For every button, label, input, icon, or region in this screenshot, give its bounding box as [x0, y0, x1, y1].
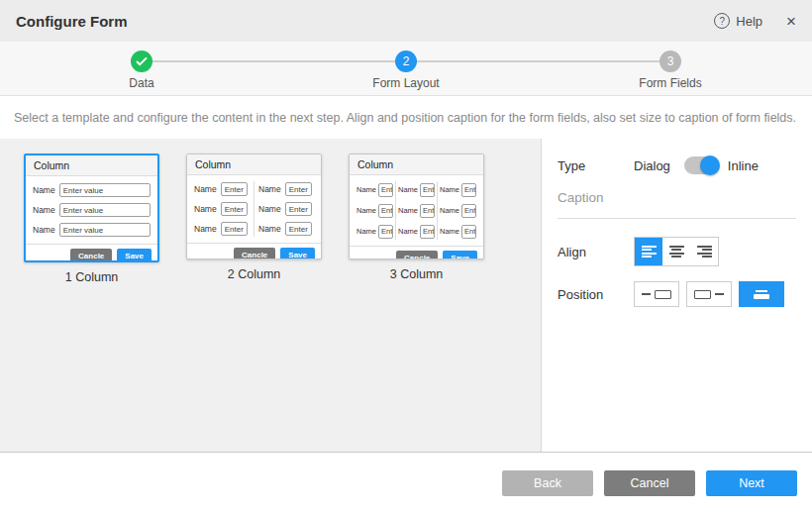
configure-form-dialog: Configure Form ? Help × 2 3 Data Form La…	[0, 0, 812, 515]
preview-column-header: Column	[26, 155, 157, 176]
instruction-text: Select a template and configure the cont…	[0, 96, 812, 139]
preview-input: Enter	[461, 183, 476, 197]
position-label: Position	[558, 287, 634, 302]
preview-input: Enter	[285, 222, 312, 236]
template-label: 1 Column	[65, 270, 119, 284]
preview-field-label: Name	[258, 224, 281, 234]
preview-input: Enter value	[59, 223, 151, 237]
preview-field-label: Name	[33, 185, 55, 195]
caption-section-header: Caption	[558, 190, 796, 219]
dialog-footer: Back Cancel Next	[0, 453, 812, 514]
step-form-fields[interactable]: 3	[660, 51, 681, 72]
preview-save-button: Save	[443, 251, 477, 259]
preview-input: Enter	[378, 225, 393, 239]
preview-input: Enter	[221, 202, 248, 216]
help-icon: ?	[714, 13, 730, 29]
preview-input: Enter	[378, 204, 393, 218]
close-icon[interactable]: ×	[786, 13, 796, 30]
step-label-data: Data	[129, 76, 153, 90]
preview-field-label: Name	[356, 227, 376, 236]
preview-field-label: Name	[356, 206, 376, 215]
preview-input: Enter	[461, 204, 476, 218]
preview-field-label: Name	[440, 185, 459, 194]
page-title: Configure Form	[16, 13, 128, 30]
template-preview-1-column: Column Name Enter value Name Enter value…	[24, 154, 159, 262]
toggle-knob	[700, 155, 720, 175]
template-label: 2 Column	[228, 267, 281, 281]
preview-input: Enter	[285, 182, 312, 196]
preview-field-label: Name	[33, 205, 55, 215]
preview-input: Enter value	[59, 203, 151, 217]
preview-input: Enter	[221, 222, 248, 236]
template-card-3-column[interactable]: Column Name Enter Name Enter	[349, 154, 484, 281]
preview-column-header: Column	[187, 154, 321, 175]
preview-column-divider	[437, 181, 438, 240]
template-card-2-column[interactable]: Column Name Enter Name Enter	[186, 154, 322, 281]
align-center-button[interactable]	[662, 238, 690, 265]
caption-top-icon	[756, 290, 767, 292]
cancel-button[interactable]: Cancel	[604, 470, 695, 496]
step-label-form-layout: Form Layout	[372, 76, 439, 90]
preview-field-label: Name	[398, 185, 418, 194]
type-option-inline: Inline	[728, 158, 759, 173]
template-preview-2-column: Column Name Enter Name Enter	[186, 154, 322, 259]
preview-field-label: Name	[440, 206, 459, 215]
align-left-icon	[642, 246, 657, 258]
template-label: 3 Column	[390, 267, 444, 281]
align-center-icon	[669, 246, 684, 258]
step-form-layout[interactable]: 2	[395, 51, 417, 72]
preview-field-label: Name	[398, 227, 418, 236]
help-label: Help	[736, 14, 762, 29]
help-button[interactable]: ? Help	[714, 13, 762, 29]
template-preview-3-column: Column Name Enter Name Enter	[349, 154, 484, 259]
settings-panel: Type Dialog Inline Caption Align	[542, 139, 812, 452]
preview-input: Enter	[420, 204, 435, 218]
dialog-header: Configure Form ? Help ×	[0, 0, 812, 42]
preview-field-label: Name	[440, 227, 459, 236]
preview-cancel-button: Cancle	[396, 251, 438, 259]
preview-column-divider	[395, 181, 396, 240]
preview-input: Enter	[461, 225, 476, 239]
type-toggle[interactable]	[684, 156, 718, 174]
align-left-button[interactable]	[635, 238, 662, 265]
preview-input: Enter value	[59, 183, 151, 197]
caption-right-icon	[694, 290, 711, 299]
preview-input: Enter	[420, 225, 435, 239]
preview-field-label: Name	[194, 184, 217, 194]
back-button[interactable]: Back	[502, 470, 593, 496]
template-list: Column Name Enter value Name Enter value…	[0, 139, 542, 452]
preview-input: Enter	[420, 183, 435, 197]
position-caption-left-button[interactable]	[634, 281, 679, 307]
preview-field-label: Name	[258, 204, 281, 214]
preview-field-label: Name	[194, 224, 217, 234]
preview-field-label: Name	[356, 185, 376, 194]
position-caption-right-button[interactable]	[686, 281, 732, 307]
preview-field-label: Name	[194, 204, 217, 214]
align-right-icon	[697, 246, 712, 258]
next-button[interactable]: Next	[706, 470, 797, 496]
preview-save-button: Save	[280, 248, 315, 259]
preview-cancel-button: Cancle	[234, 248, 275, 259]
preview-column-header: Column	[350, 154, 483, 175]
step-label-form-fields: Form Fields	[639, 76, 701, 90]
preview-field-label: Name	[398, 206, 418, 215]
type-label: Type	[558, 158, 634, 173]
preview-cancel-button: Cancle	[70, 249, 112, 262]
align-label: Align	[558, 245, 634, 259]
preview-input: Enter	[378, 183, 393, 197]
caption-left-icon	[642, 293, 651, 295]
type-option-dialog: Dialog	[634, 158, 670, 173]
template-card-1-column[interactable]: Column Name Enter value Name Enter value…	[24, 154, 159, 284]
preview-column-divider	[254, 181, 254, 237]
preview-save-button: Save	[117, 249, 152, 262]
position-caption-top-button[interactable]	[739, 281, 784, 307]
preview-field-label: Name	[33, 225, 55, 235]
check-icon	[136, 56, 148, 66]
wizard-stepper: 2 3 Data Form Layout Form Fields	[0, 42, 812, 96]
step-data[interactable]	[131, 51, 152, 72]
align-button-group	[634, 237, 719, 266]
preview-field-label: Name	[258, 184, 281, 194]
align-right-button[interactable]	[690, 238, 718, 265]
preview-input: Enter	[285, 202, 312, 216]
preview-input: Enter	[221, 182, 248, 196]
